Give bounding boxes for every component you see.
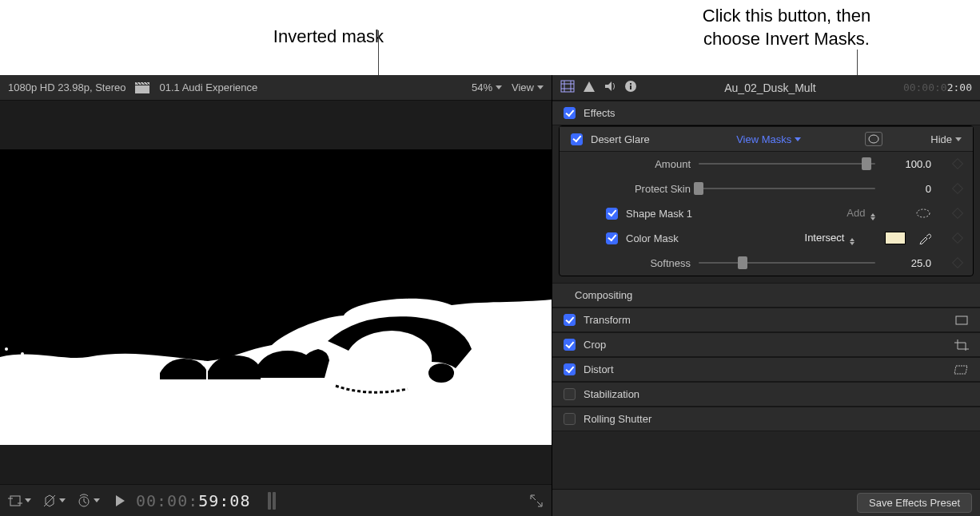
svg-point-7 [5,347,8,351]
chevron-down-icon [537,85,544,89]
transform-reset-icon[interactable] [954,315,969,326]
callout-left: Inverted mask [208,26,384,49]
amount-slider[interactable] [699,157,875,170]
svg-marker-26 [584,81,595,92]
svg-point-10 [16,363,19,367]
audio-tab-icon[interactable] [604,80,616,95]
compositing-section[interactable]: Compositing [552,283,980,308]
svg-point-8 [11,355,14,359]
inspector-top-bar: Au_02_Dusk_Mult 00:00:02:00 [552,75,980,101]
retime-tool-dropdown[interactable] [77,494,100,508]
stabilization-checkbox[interactable] [564,388,576,400]
effects-section[interactable]: Effects [552,101,980,125]
hide-label: Hide [930,133,952,145]
crop-checkbox[interactable] [564,339,576,351]
chevron-down-icon [94,498,100,502]
inspector-pane: Au_02_Dusk_Mult 00:00:02:00 Effects Dese… [552,75,980,516]
color-mask-mode-popup[interactable]: Intersect [805,232,855,245]
keyframe-icon[interactable] [952,232,963,244]
svg-rect-33 [956,316,967,324]
color-tool-dropdown[interactable] [42,494,66,508]
keyframe-icon[interactable] [952,208,963,219]
eyedropper-icon[interactable] [918,232,931,244]
svg-point-9 [21,352,24,355]
svg-line-19 [532,496,536,500]
svg-marker-27 [605,81,612,91]
param-color-mask: Color Mask Intersect [560,226,973,251]
keyframe-icon[interactable] [952,257,963,268]
play-button[interactable] [116,495,125,506]
timecode-dim: 00:00: [136,491,198,510]
zoom-dropdown[interactable]: 54% [472,81,502,93]
softness-slider[interactable] [699,256,875,269]
color-mask-checkbox[interactable] [606,232,618,244]
svg-rect-30 [630,83,631,85]
svg-line-20 [537,502,541,506]
chevron-down-icon [25,498,31,502]
distort-checkbox[interactable] [564,363,576,375]
crop-tool-dropdown[interactable] [8,494,31,508]
effects-checkbox[interactable] [564,107,576,119]
timecode-display[interactable]: 00:00:59:08 [136,491,250,510]
info-tab-icon[interactable] [624,80,637,95]
transform-label: Transform [584,314,631,326]
distort-reset-icon[interactable] [953,364,969,375]
svg-rect-29 [630,85,631,89]
shape-ellipse-icon[interactable] [915,208,931,219]
keyframe-icon[interactable] [952,183,963,194]
stabilization-section[interactable]: Stabilization [552,382,980,407]
amount-value[interactable]: 100.0 [883,158,931,170]
protect-skin-slider[interactable] [699,182,875,195]
view-dropdown[interactable]: View [512,81,544,93]
viewer-format: 1080p HD 23.98p, Stereo [8,81,125,93]
effect-header[interactable]: Desert Glare View Masks Hide [560,126,973,152]
viewer-clip-name: 01.1 Audi Experience [159,81,257,93]
param-protect-skin: Protect Skin 0 [560,177,973,201]
viewer-canvas[interactable] [0,101,552,484]
distort-section[interactable]: Distort [552,357,980,382]
crop-section[interactable]: Crop [552,332,980,357]
distort-label: Distort [584,363,614,375]
shape-mask-mode-popup[interactable]: Add [847,207,875,220]
view-label: View [512,81,534,93]
color-tab-icon[interactable] [583,80,596,95]
shape-mask-label: Shape Mask 1 [626,208,692,220]
transform-checkbox[interactable] [564,314,576,326]
svg-rect-21 [561,81,574,92]
clapper-icon [135,82,149,93]
chevron-down-icon [955,137,962,141]
shape-mask-checkbox[interactable] [606,208,618,220]
svg-marker-34 [954,366,967,374]
amount-label: Amount [571,158,691,170]
rolling-shutter-section[interactable]: Rolling Shutter [552,407,980,431]
zoom-value: 54% [472,81,492,93]
color-mask-label: Color Mask [626,232,679,244]
effect-enable-checkbox[interactable] [571,133,583,145]
transform-section[interactable]: Transform [552,308,980,332]
video-tab-icon[interactable] [560,80,575,95]
apply-masks-button[interactable] [865,132,882,146]
save-effects-preset-button[interactable]: Save Effects Preset [857,493,972,513]
svg-point-31 [869,135,878,143]
callout-right: Click this button, then choose Invert Ma… [643,5,930,50]
inspector-scroll[interactable]: Effects Desert Glare View Masks [552,101,980,489]
rolling-shutter-checkbox[interactable] [564,413,576,425]
crop-reset-icon[interactable] [954,339,969,351]
viewer-top-bar: 1080p HD 23.98p, Stereo 01.1 Audi Experi… [0,75,552,101]
effects-label: Effects [584,107,615,119]
param-amount: Amount 100.0 [560,152,973,177]
softness-value[interactable]: 25.0 [883,257,931,269]
keyframe-icon[interactable] [952,158,963,169]
effect-box: Desert Glare View Masks Hide [559,125,974,276]
hide-dropdown[interactable]: Hide [930,133,962,145]
color-swatch[interactable] [885,232,906,244]
view-masks-dropdown[interactable]: View Masks [736,133,801,145]
fullscreen-icon[interactable] [529,494,544,508]
protect-skin-value[interactable]: 0 [883,183,931,195]
view-masks-label: View Masks [736,133,791,145]
svg-point-11 [428,363,454,383]
stabilization-label: Stabilization [584,388,639,400]
rolling-shutter-label: Rolling Shutter [584,413,651,425]
chevron-down-icon [59,498,66,502]
param-shape-mask: Shape Mask 1 Add [560,201,973,226]
